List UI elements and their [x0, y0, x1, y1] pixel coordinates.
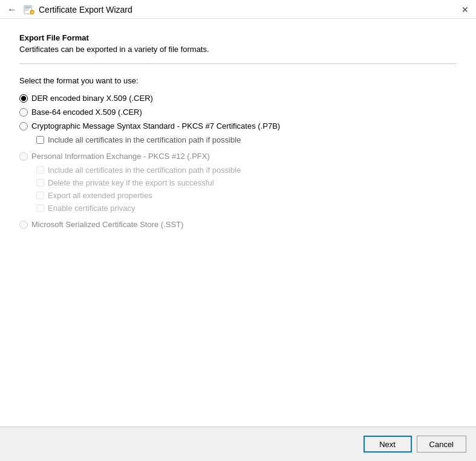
checkbox-pfx-export-props-label: Export all extended properties	[48, 191, 152, 200]
checkbox-pfx-export-props[interactable]: Export all extended properties	[36, 191, 457, 200]
header-title: Export File Format	[19, 33, 457, 42]
radio-base64-label[interactable]: Base-64 encoded X.509 (.CER)	[31, 108, 142, 117]
close-button[interactable]: ✕	[459, 5, 471, 15]
checkbox-pfx-delete-key[interactable]	[36, 179, 44, 187]
radio-pfx-label: Personal Information Exchange - PKCS #12…	[31, 152, 210, 161]
radio-option-pkcs7[interactable]: Cryptographic Message Syntax Standard - …	[19, 121, 457, 131]
svg-rect-2	[25, 8, 30, 9]
radio-der-label[interactable]: DER encoded binary X.509 (.CER)	[31, 94, 153, 103]
checkbox-pfx-export-props[interactable]	[36, 192, 44, 199]
footer: Next Cancel	[0, 427, 476, 461]
radio-option-base64[interactable]: Base-64 encoded X.509 (.CER)	[19, 108, 457, 117]
checkbox-pkcs7-include-certs[interactable]: Include all certificates in the certific…	[36, 135, 457, 144]
svg-rect-1	[25, 7, 31, 8]
header-description: Certificates can be exported in a variet…	[19, 45, 457, 54]
pfx-checkboxes: Include all certificates in the certific…	[36, 166, 457, 216]
header-section: Export File Format Certificates can be e…	[19, 33, 457, 54]
checkbox-pfx-delete-key-label: Delete the private key if the export is …	[48, 178, 214, 187]
radio-pkcs7-label[interactable]: Cryptographic Message Syntax Standard - …	[31, 121, 280, 131]
radio-option-pfx[interactable]: Personal Information Exchange - PKCS #12…	[19, 152, 457, 161]
radio-option-der[interactable]: DER encoded binary X.509 (.CER)	[19, 94, 457, 103]
certificate-icon: ★	[23, 4, 35, 16]
radio-der[interactable]	[19, 94, 28, 103]
checkbox-pfx-privacy[interactable]: Enable certificate privacy	[36, 204, 457, 213]
checkbox-pfx-privacy-label: Enable certificate privacy	[48, 204, 135, 213]
cancel-button[interactable]: Cancel	[417, 436, 466, 453]
title-bar-left: ← ★ Certificate Export Wizard	[5, 4, 132, 16]
checkbox-pkcs7-certs-label[interactable]: Include all certificates in the certific…	[48, 135, 241, 144]
radio-base64[interactable]	[19, 108, 28, 117]
next-button[interactable]: Next	[364, 436, 412, 453]
content-area: Export File Format Certificates can be e…	[0, 19, 476, 427]
svg-rect-3	[25, 10, 28, 11]
radio-sst-label: Microsoft Serialized Certificate Store (…	[31, 220, 183, 229]
radio-sst[interactable]	[19, 221, 28, 229]
checkbox-pfx-include-certs[interactable]	[36, 166, 44, 174]
window-title: Certificate Export Wizard	[39, 5, 132, 15]
format-section-label: Select the format you want to use:	[19, 76, 457, 85]
checkbox-pfx-include-certs-label: Include all certificates in the certific…	[48, 166, 241, 175]
checkbox-pkcs7-certs[interactable]	[36, 136, 44, 144]
radio-pfx[interactable]	[19, 152, 28, 161]
checkbox-pfx-delete-key[interactable]: Delete the private key if the export is …	[36, 178, 457, 187]
section-divider	[19, 63, 457, 64]
radio-option-sst[interactable]: Microsoft Serialized Certificate Store (…	[19, 220, 457, 229]
radio-pkcs7[interactable]	[19, 122, 28, 131]
title-bar: ← ★ Certificate Export Wizard ✕	[0, 0, 476, 19]
checkbox-pfx-include-certs[interactable]: Include all certificates in the certific…	[36, 166, 457, 175]
checkbox-pfx-privacy[interactable]	[36, 204, 44, 212]
back-button[interactable]: ←	[5, 4, 19, 15]
pkcs7-checkboxes: Include all certificates in the certific…	[36, 135, 457, 148]
